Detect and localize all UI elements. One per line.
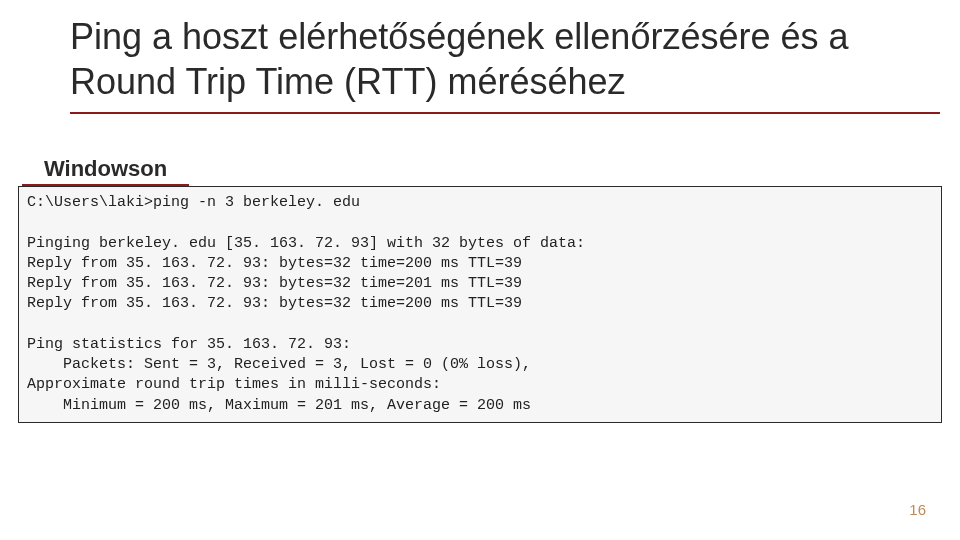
section-label-wrap: Windowson xyxy=(0,120,960,186)
terminal-line: Reply from 35. 163. 72. 93: bytes=32 tim… xyxy=(27,255,522,272)
section-label: Windowson xyxy=(22,120,189,186)
terminal-line: C:\Users\laki>ping -n 3 berkeley. edu xyxy=(27,194,360,211)
slide-title: Ping a hoszt elérhetőségének ellenőrzésé… xyxy=(70,0,940,114)
terminal-line: Reply from 35. 163. 72. 93: bytes=32 tim… xyxy=(27,275,522,292)
terminal-line: Ping statistics for 35. 163. 72. 93: xyxy=(27,336,351,353)
page-number: 16 xyxy=(909,501,926,518)
terminal-line: Pinging berkeley. edu [35. 163. 72. 93] … xyxy=(27,235,585,252)
terminal-line: Minimum = 200 ms, Maximum = 201 ms, Aver… xyxy=(27,397,531,414)
terminal-output: C:\Users\laki>ping -n 3 berkeley. edu Pi… xyxy=(18,186,942,423)
terminal-line: Approximate round trip times in milli-se… xyxy=(27,376,441,393)
terminal-line: Packets: Sent = 3, Received = 3, Lost = … xyxy=(27,356,531,373)
terminal-line: Reply from 35. 163. 72. 93: bytes=32 tim… xyxy=(27,295,522,312)
